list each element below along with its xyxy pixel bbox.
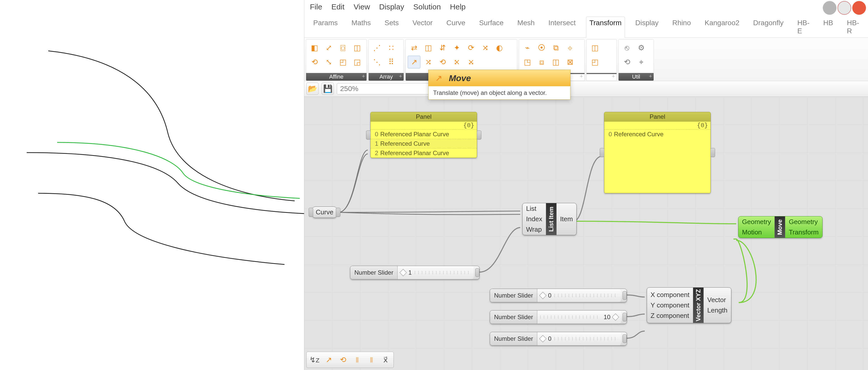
preview-wire-icon[interactable] <box>838 1 851 15</box>
array-icon[interactable]: ⋱ <box>371 56 383 68</box>
open-file-button[interactable]: 📂 <box>306 83 318 95</box>
input-grip[interactable] <box>366 131 371 140</box>
euclid-icon[interactable]: ◫ <box>422 41 435 54</box>
util-icon[interactable]: ⚙ <box>635 41 648 54</box>
ribbon-group-title[interactable]: Array <box>369 73 404 81</box>
input-wrap[interactable]: Wrap <box>526 226 542 233</box>
euclid-icon[interactable]: ⇄ <box>408 41 421 54</box>
slider-track[interactable]: 1 <box>398 266 474 279</box>
output-grip[interactable] <box>623 334 627 343</box>
ribbon-group-title[interactable]: Affine <box>306 73 367 81</box>
output-vector[interactable]: Vector <box>707 296 727 304</box>
tab-curve[interactable]: Curve <box>443 17 469 38</box>
input-index[interactable]: Index <box>526 215 542 223</box>
preview-grey-icon[interactable] <box>823 1 837 15</box>
tab-hbr[interactable]: HB-R <box>844 17 862 38</box>
affine-icon[interactable]: ⤢ <box>322 41 335 54</box>
menu-file[interactable]: File <box>310 3 322 11</box>
input-grip[interactable] <box>600 148 604 157</box>
output-geometry[interactable]: Geometry <box>789 218 819 226</box>
ribbon-group-title[interactable]: Util <box>619 73 654 81</box>
sketch-icon[interactable]: ↯z <box>308 353 321 366</box>
input-list[interactable]: List <box>526 205 542 212</box>
input-geometry[interactable]: Geometry <box>742 218 771 226</box>
menu-solution[interactable]: Solution <box>413 3 441 11</box>
array-icon[interactable]: ⋰ <box>371 41 383 54</box>
rhino-viewport[interactable] <box>0 0 304 370</box>
output-item[interactable]: Item <box>560 215 573 223</box>
morph-icon[interactable]: ⟐ <box>564 41 577 54</box>
affine-icon[interactable]: ⤡ <box>322 56 335 68</box>
affine-icon[interactable]: ◲ <box>351 56 364 68</box>
euclid-icon[interactable]: ⤨ <box>479 41 492 54</box>
ribbon-group-title[interactable] <box>587 73 617 74</box>
euclid-icon[interactable]: ⤩ <box>465 56 477 68</box>
euclid-icon[interactable]: ⇵ <box>436 41 449 54</box>
morph-icon[interactable]: ◳ <box>521 56 534 68</box>
tab-intersect[interactable]: Intersect <box>545 17 579 38</box>
number-slider[interactable]: Number Slider 0 <box>490 289 627 302</box>
input-motion[interactable]: Motion <box>742 228 771 236</box>
output-grip[interactable] <box>477 131 482 140</box>
tab-surface[interactable]: Surface <box>476 17 507 38</box>
panel-component[interactable]: Panel {0} 0Referenced Planar Curve 1Refe… <box>370 112 477 158</box>
tab-rhino[interactable]: Rhino <box>669 17 694 38</box>
zoom-field[interactable] <box>337 83 434 94</box>
input-z[interactable]: Z component <box>651 312 689 320</box>
euclid-icon[interactable]: ◐ <box>493 41 506 54</box>
euclid-icon[interactable]: ⤪ <box>451 56 463 68</box>
tab-hbe[interactable]: HB-E <box>794 17 813 38</box>
morph-icon[interactable]: ◰ <box>589 56 601 68</box>
menu-view[interactable]: View <box>353 3 370 11</box>
list-item-component[interactable]: List Index Wrap List Item Item <box>522 203 577 235</box>
morph-icon[interactable]: ⦿ <box>535 41 548 54</box>
rotate-icon[interactable]: ⟲ <box>337 353 349 366</box>
slider-track[interactable]: 0 <box>537 332 621 345</box>
output-grip[interactable] <box>711 148 715 157</box>
slider-track[interactable]: 0 <box>537 289 621 302</box>
tab-vector[interactable]: Vector <box>409 17 436 38</box>
slider-knob[interactable] <box>612 314 619 321</box>
output-transform[interactable]: Transform <box>789 228 819 236</box>
tab-maths[interactable]: Maths <box>348 17 374 38</box>
output-grip[interactable] <box>623 291 627 300</box>
array-icon[interactable]: ⦀ <box>351 353 364 366</box>
tab-sets[interactable]: Sets <box>381 17 402 38</box>
slider-track[interactable]: 10 <box>537 311 621 324</box>
euclid-icon[interactable]: ✦ <box>451 41 463 54</box>
number-slider[interactable]: Number Slider 1 <box>350 266 479 280</box>
vector-xyz-component[interactable]: X component Y component Z component Vect… <box>647 287 731 323</box>
util-icon[interactable]: ⟲ <box>621 56 633 68</box>
move-icon[interactable]: ↗ <box>408 56 421 68</box>
axis-icon[interactable]: x⃗ <box>379 353 392 366</box>
output-grip[interactable] <box>623 313 627 321</box>
orient-icon[interactable]: ⦀ <box>365 353 378 366</box>
euclid-icon[interactable]: ⟲ <box>436 56 449 68</box>
tab-hb[interactable]: HB <box>820 17 837 38</box>
move-icon[interactable]: ↗ <box>322 353 335 366</box>
output-grip[interactable] <box>336 208 340 217</box>
menu-help[interactable]: Help <box>450 3 466 11</box>
util-icon[interactable]: ⌖ <box>635 56 648 68</box>
tab-dragonfly[interactable]: Dragonfly <box>750 17 787 38</box>
input-grip[interactable] <box>309 208 313 217</box>
output-grip[interactable] <box>475 268 479 277</box>
slider-knob[interactable] <box>539 292 547 299</box>
euclid-icon[interactable]: ⤮ <box>422 56 435 68</box>
affine-icon[interactable]: ◫ <box>351 41 364 54</box>
preview-red-icon[interactable] <box>852 1 866 15</box>
morph-icon[interactable]: ⧉ <box>550 41 562 54</box>
morph-icon[interactable]: ◫ <box>550 56 562 68</box>
number-slider[interactable]: Number Slider 0 <box>490 332 627 346</box>
save-file-button[interactable]: 💾 <box>321 83 334 95</box>
menu-display[interactable]: Display <box>379 3 404 11</box>
array-icon[interactable]: ⠿ <box>385 56 398 68</box>
tab-params[interactable]: Params <box>310 17 341 38</box>
slider-knob[interactable] <box>539 335 547 342</box>
slider-knob[interactable] <box>400 269 407 276</box>
tab-mesh[interactable]: Mesh <box>514 17 538 38</box>
output-length[interactable]: Length <box>707 307 727 314</box>
input-x[interactable]: X component <box>651 291 689 299</box>
move-component[interactable]: Geometry Motion Move Geometry Transform <box>738 216 823 238</box>
panel-component[interactable]: Panel {0} 0Referenced Curve <box>604 112 711 193</box>
